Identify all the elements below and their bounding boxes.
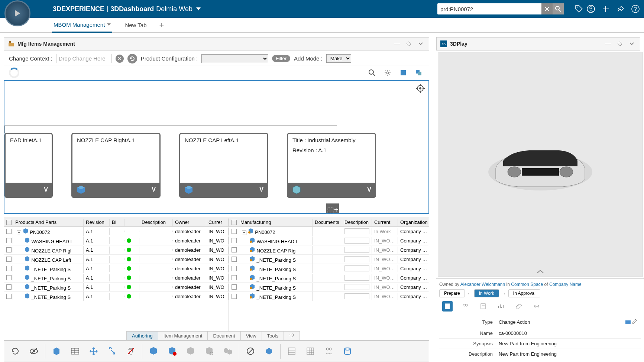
row-checkbox[interactable] — [6, 257, 12, 262]
table-row[interactable]: _NETE_Parking S IN_WORK Company N... — [229, 264, 429, 273]
row-checkbox[interactable] — [232, 275, 237, 280]
cube-remove-icon[interactable] — [165, 344, 179, 359]
attach-tab[interactable] — [514, 301, 524, 312]
row-checkbox[interactable] — [6, 238, 12, 243]
table-row[interactable]: WASHING HEAD I A.1 demoleader IN_WO — [4, 236, 229, 245]
table-row[interactable]: WASHING HEAD I IN_WORK Company N... — [229, 236, 429, 245]
user-icon[interactable] — [587, 5, 595, 13]
bottom-tab[interactable]: Tools — [262, 332, 284, 340]
table-row[interactable]: _NETE_Parking S IN_WORK Company N... — [229, 273, 429, 283]
table-row[interactable]: NOZZLE CAP Left A.1 demoleader IN_WO — [4, 255, 229, 264]
row-checkbox[interactable] — [232, 247, 237, 252]
gear-icon[interactable] — [382, 68, 393, 78]
help-icon[interactable]: ? — [631, 5, 640, 13]
table-tool-icon[interactable] — [68, 344, 82, 359]
chevron-down-icon[interactable] — [196, 7, 201, 10]
tag-icon[interactable] — [575, 5, 583, 13]
layers-icon[interactable] — [414, 68, 424, 78]
table-row[interactable]: _NETE_Parking S A.1 demoleader IN_WO — [4, 264, 229, 273]
row-checkbox[interactable] — [232, 266, 237, 271]
col-organization[interactable]: Organization — [398, 219, 429, 226]
wf-inwork-button[interactable]: In Work — [474, 289, 499, 297]
tab-new[interactable]: New Tab — [123, 18, 148, 32]
link-tab[interactable] — [531, 301, 542, 312]
favorite-tab[interactable] — [284, 332, 300, 340]
delete-link-icon[interactable] — [123, 344, 138, 359]
refresh-button[interactable] — [127, 54, 137, 63]
info-tab[interactable] — [442, 301, 453, 312]
visibility-icon[interactable] — [26, 344, 41, 359]
list-view-icon[interactable] — [284, 344, 299, 359]
row-checkbox[interactable] — [232, 229, 237, 234]
select-all-checkbox[interactable] — [232, 220, 237, 225]
db-tool-icon[interactable] — [340, 344, 355, 359]
app-title[interactable]: 3DEXPERIENCE | 3DDashboard Delmia Web — [53, 5, 201, 13]
chevron-down-icon[interactable] — [107, 23, 111, 26]
table-row[interactable]: _NETE_Parking S A.1 demoleader IN_WO — [4, 283, 229, 292]
table-row[interactable]: − PN00072 A.1 demoleader IN_WO — [4, 227, 229, 236]
minimize-button[interactable]: — — [603, 39, 612, 48]
plus-icon[interactable] — [602, 5, 610, 13]
col-revision[interactable]: Revision — [84, 219, 110, 226]
row-checkbox[interactable] — [6, 229, 12, 234]
clear-search-button[interactable] — [541, 3, 553, 14]
wf-approval-button[interactable]: In Approval — [508, 289, 540, 297]
bottom-tab[interactable]: View — [241, 332, 262, 340]
cube-add-icon[interactable] — [146, 344, 161, 359]
chevron-up-icon[interactable] — [537, 268, 544, 275]
row-checkbox[interactable] — [232, 257, 237, 262]
row-checkbox[interactable] — [6, 266, 12, 271]
diagram-area[interactable]: EAD inletA.1 V NOZZLE CAP RightA.1 V NOZ… — [4, 80, 429, 214]
row-checkbox[interactable] — [6, 247, 12, 252]
add-tab-button[interactable]: + — [159, 20, 164, 30]
3d-viewport[interactable] — [438, 52, 643, 277]
tab-mbom[interactable]: MBOM Management — [52, 18, 112, 33]
row-checkbox[interactable] — [6, 284, 12, 290]
table-row[interactable]: − PN00072 In Work Company N... — [229, 227, 429, 236]
add-card-button[interactable]: ⬚+ — [326, 203, 339, 214]
org-tool-icon[interactable] — [321, 344, 336, 359]
space-link[interactable]: Common Space — [511, 282, 543, 287]
col-status[interactable] — [124, 222, 139, 223]
col-state[interactable]: Currer — [206, 219, 229, 226]
col-bi[interactable]: BI — [110, 219, 124, 226]
assembly-card[interactable]: Title : Industrial Assembly Revision : A… — [287, 133, 376, 198]
calc-tab[interactable] — [478, 301, 488, 312]
table-row[interactable]: NOZZLE CAP Rigl A.1 demoleader IN_WO — [4, 245, 229, 255]
grid-view-icon[interactable] — [303, 344, 318, 359]
company-link[interactable]: Company Name — [549, 282, 582, 287]
assembly-card[interactable]: EAD inletA.1 V — [4, 133, 53, 198]
col-description[interactable]: Description — [342, 219, 372, 226]
refresh-icon[interactable] — [8, 344, 23, 359]
table-row[interactable]: _NETE_Parking S IN_WORK Company N... — [229, 255, 429, 264]
search-button[interactable] — [553, 3, 564, 14]
owner-link[interactable]: Alexander Weichmann — [460, 282, 505, 287]
maximize-button[interactable] — [404, 39, 413, 48]
compass-icon[interactable] — [4, 0, 30, 26]
table-row[interactable]: _NETE_Parking S A.1 demoleader IN_WO — [4, 292, 229, 301]
select-all-checkbox[interactable] — [6, 220, 12, 225]
col-products[interactable]: Products And Parts — [13, 219, 84, 226]
target-icon[interactable] — [416, 84, 425, 93]
col-description[interactable]: Description — [139, 219, 173, 226]
filter-button[interactable]: Filter — [272, 55, 290, 62]
tree-toggle[interactable]: − — [17, 231, 21, 235]
bottom-tab[interactable]: Authoring — [127, 332, 158, 340]
row-checkbox[interactable] — [232, 294, 237, 299]
dropdown-button[interactable] — [416, 39, 425, 48]
col-documents[interactable]: Documents — [313, 219, 342, 226]
view-icon[interactable] — [398, 68, 408, 78]
blank-tool-icon[interactable] — [243, 344, 258, 359]
wf-prepare-button[interactable]: Prepare — [439, 289, 465, 297]
bottom-tab[interactable]: Document — [208, 332, 240, 340]
link-icon[interactable] — [105, 344, 120, 359]
col-owner[interactable]: Owner — [173, 219, 206, 226]
cube-tool-icon[interactable] — [49, 344, 64, 359]
hex-tool-icon[interactable] — [262, 344, 276, 359]
move-icon[interactable] — [86, 344, 101, 359]
tree-toggle[interactable]: − — [242, 231, 246, 235]
assembly-card[interactable]: NOZZLE CAP RightA.1 V — [71, 133, 161, 198]
add-mode-select[interactable]: Make — [326, 54, 351, 63]
share-icon[interactable] — [617, 5, 625, 13]
change-context-input[interactable]: Drop Change Here — [56, 54, 112, 63]
